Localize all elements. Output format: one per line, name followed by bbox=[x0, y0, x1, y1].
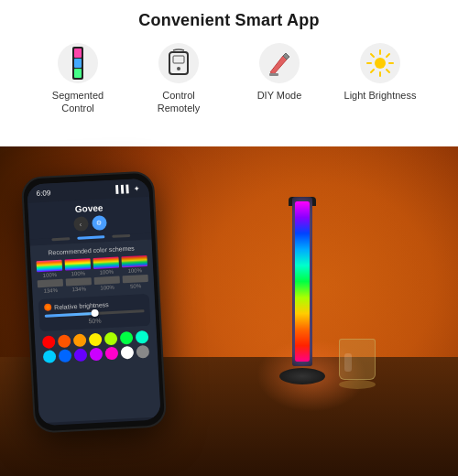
color-dot-teal[interactable] bbox=[136, 330, 149, 344]
color-dot-violet[interactable] bbox=[90, 348, 104, 362]
cup-saucer bbox=[339, 380, 376, 389]
color-dot-white[interactable] bbox=[121, 346, 135, 360]
col-bar-4 bbox=[123, 275, 148, 283]
col-bar-3 bbox=[94, 276, 120, 284]
light-brightness-icon-wrapper bbox=[360, 43, 400, 83]
color-dot-green[interactable] bbox=[120, 331, 134, 345]
svg-point-6 bbox=[177, 67, 180, 70]
color-dot-blue[interactable] bbox=[59, 349, 72, 362]
phone-tab-2[interactable] bbox=[77, 235, 104, 240]
background: Convenient Smart App Segmented Control bbox=[0, 0, 458, 476]
brightness-thumb[interactable] bbox=[91, 309, 98, 317]
phone: 6:09 ▌▌▌ ✦ Govee ‹ ⚙ bbox=[21, 170, 167, 433]
lamp-light-strip bbox=[295, 201, 310, 362]
cup bbox=[339, 339, 376, 389]
svg-rect-5 bbox=[173, 56, 184, 63]
brightness-dot-icon bbox=[44, 303, 51, 310]
scene: 6:09 ▌▌▌ ✦ Govee ‹ ⚙ bbox=[0, 146, 458, 476]
back-icon[interactable]: ‹ bbox=[79, 220, 82, 228]
cup-body bbox=[339, 339, 376, 380]
color-block-4 bbox=[121, 255, 147, 267]
phone-time: 6:09 bbox=[36, 189, 50, 198]
control-remotely-icon bbox=[164, 49, 193, 78]
color-dot-cyan[interactable] bbox=[43, 350, 57, 363]
feature-label-brightness: Light Brightness bbox=[344, 89, 417, 102]
svg-rect-7 bbox=[269, 73, 278, 76]
feature-control-remotely: Control Remotely bbox=[142, 43, 215, 115]
settings-icon[interactable]: ⚙ bbox=[96, 219, 102, 226]
control-remotely-icon-wrapper bbox=[158, 43, 199, 83]
col-bar-2 bbox=[66, 277, 92, 286]
svg-rect-2 bbox=[74, 59, 82, 68]
phone-signal: ▌▌▌ ✦ bbox=[115, 184, 140, 193]
pct-3b: 100% bbox=[94, 284, 120, 290]
feature-diy-mode: DIY Mode bbox=[243, 43, 316, 115]
color-block-3 bbox=[93, 257, 119, 269]
diy-mode-icon-wrapper bbox=[259, 43, 300, 83]
color-dot-yellow[interactable] bbox=[89, 333, 103, 347]
top-section: Convenient Smart App Segmented Control bbox=[0, 0, 458, 146]
color-block-2 bbox=[65, 258, 92, 270]
brightness-fill bbox=[45, 312, 95, 318]
brightness-pct: 50% bbox=[45, 315, 145, 327]
color-col-3: 100% 100% bbox=[93, 257, 120, 291]
color-dot-pink[interactable] bbox=[105, 347, 119, 361]
pct-1: 100% bbox=[37, 272, 62, 278]
lamp bbox=[279, 197, 325, 398]
svg-line-16 bbox=[371, 70, 374, 72]
brightness-section: Relative brightness 50% bbox=[38, 294, 151, 331]
phone-tab-1[interactable] bbox=[51, 237, 70, 241]
segmented-control-icon bbox=[65, 47, 91, 80]
color-col-2: 100% 134% bbox=[65, 258, 93, 292]
pct-2b: 134% bbox=[66, 286, 92, 292]
pct-1b: 134% bbox=[38, 287, 63, 294]
phone-tab-3[interactable] bbox=[112, 234, 130, 238]
color-dot-gray[interactable] bbox=[136, 345, 150, 359]
svg-rect-3 bbox=[74, 69, 82, 78]
svg-line-15 bbox=[387, 54, 389, 57]
svg-line-14 bbox=[387, 70, 389, 72]
color-col-1: 100% 134% bbox=[37, 260, 64, 294]
color-dot-orange-red[interactable] bbox=[58, 334, 71, 348]
color-grid bbox=[40, 330, 152, 363]
pct-4: 100% bbox=[122, 267, 147, 274]
feature-label-remotely: Control Remotely bbox=[142, 89, 215, 115]
light-brightness-icon bbox=[365, 49, 395, 78]
diy-mode-icon bbox=[265, 49, 294, 78]
feature-label-diy: DIY Mode bbox=[257, 89, 302, 102]
pct-2: 100% bbox=[65, 270, 91, 276]
color-dot-orange[interactable] bbox=[73, 334, 87, 348]
color-dot-red[interactable] bbox=[42, 335, 56, 349]
features-row: Segmented Control Control Remotely bbox=[9, 43, 449, 115]
phone-section-title: Recommended color schemes bbox=[36, 244, 147, 256]
phone-content-area: Recommended color schemes 100% 134% 100% bbox=[30, 240, 161, 424]
feature-segmented-control: Segmented Control bbox=[41, 43, 114, 115]
svg-line-13 bbox=[371, 54, 374, 57]
color-dot-purple[interactable] bbox=[74, 348, 88, 362]
lamp-body bbox=[289, 197, 316, 371]
lamp-frame bbox=[292, 197, 312, 366]
svg-rect-1 bbox=[74, 49, 82, 58]
color-block-1 bbox=[37, 260, 63, 272]
col-bar-1 bbox=[38, 279, 63, 287]
color-col-4: 100% 50% bbox=[121, 255, 148, 289]
feature-light-brightness: Light Brightness bbox=[344, 43, 417, 115]
phone-screen: 6:09 ▌▌▌ ✦ Govee ‹ ⚙ bbox=[27, 178, 161, 427]
phone-header: Govee ‹ ⚙ bbox=[27, 197, 151, 240]
color-dot-yellow-green[interactable] bbox=[104, 332, 118, 346]
color-columns: 100% 134% 100% 134% 100% bbox=[37, 255, 149, 294]
headline: Convenient Smart App bbox=[138, 11, 319, 30]
pct-3: 100% bbox=[93, 269, 119, 276]
segmented-control-icon-wrapper bbox=[58, 43, 98, 83]
brightness-label-text: Relative brightness bbox=[54, 301, 109, 310]
pct-4b: 50% bbox=[123, 283, 148, 289]
svg-point-8 bbox=[375, 58, 386, 69]
feature-label-segmented: Segmented Control bbox=[41, 89, 114, 115]
